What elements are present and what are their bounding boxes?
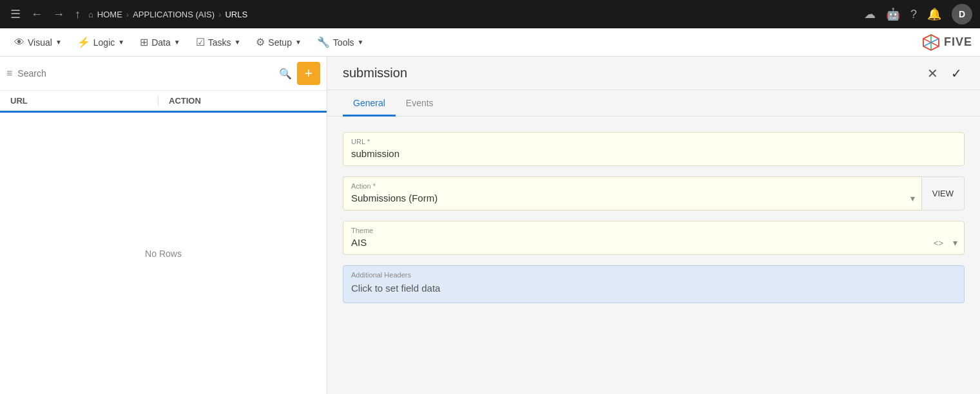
- notifications-icon[interactable]: 🔔: [927, 7, 941, 21]
- home-icon: ⌂: [88, 10, 93, 19]
- five-logo: FIVE: [922, 33, 972, 52]
- additional-headers-label: Additional Headers: [351, 271, 956, 279]
- cloud-icon[interactable]: ☁: [864, 7, 876, 21]
- main-layout: ≡ 🔍 + URL Action No Rows submission ✕ ✓ …: [0, 57, 980, 394]
- tabs: General Events: [327, 90, 980, 117]
- data-icon: ⊞: [140, 36, 148, 48]
- search-input[interactable]: [17, 68, 274, 79]
- menu-logic[interactable]: ⚡ Logic ▼: [71, 32, 131, 52]
- url-field[interactable]: URL * submission: [343, 132, 965, 166]
- form-area: URL * submission Action * Submissions (F…: [327, 117, 980, 394]
- menu-logic-label: Logic: [93, 37, 115, 48]
- menu-tasks-label: Tasks: [208, 37, 231, 48]
- menu-setup-label: Setup: [268, 37, 292, 48]
- tools-icon: 🔧: [317, 36, 330, 48]
- column-action: Action: [158, 96, 316, 106]
- left-panel: ≡ 🔍 + URL Action No Rows: [0, 57, 327, 394]
- url-field-value: submission: [351, 148, 956, 159]
- action-field[interactable]: Action * Submissions (Form) ▾: [343, 176, 922, 211]
- close-button[interactable]: ✕: [925, 63, 941, 84]
- tab-events[interactable]: Events: [396, 90, 444, 117]
- url-field-label: URL *: [351, 138, 956, 145]
- theme-field-value: AIS: [351, 237, 956, 248]
- breadcrumb-urls[interactable]: URLS: [225, 10, 247, 19]
- search-icon[interactable]: 🔍: [279, 68, 292, 80]
- filter-icon: ≡: [6, 68, 12, 79]
- tasks-dropdown-icon: ▼: [234, 39, 240, 46]
- action-field-container: Action * Submissions (Form) ▾ VIEW: [343, 176, 965, 211]
- table-header: URL Action: [0, 91, 327, 113]
- code-icon: <>: [934, 238, 943, 248]
- logic-icon: ⚡: [77, 36, 90, 48]
- bot-icon[interactable]: 🤖: [886, 7, 900, 21]
- menu-icon[interactable]: ☰: [8, 5, 23, 24]
- menu-tasks[interactable]: ☑ Tasks ▼: [189, 32, 247, 52]
- visual-dropdown-icon: ▼: [55, 39, 62, 46]
- tab-general[interactable]: General: [343, 90, 396, 117]
- right-panel: submission ✕ ✓ General Events URL * subm…: [327, 57, 980, 394]
- record-title: submission: [343, 66, 407, 80]
- setup-icon: ⚙: [256, 36, 265, 48]
- tasks-icon: ☑: [196, 36, 205, 48]
- theme-field-label: Theme: [351, 227, 956, 234]
- action-chevron-icon: ▾: [910, 193, 915, 203]
- theme-chevron-icon: ▾: [953, 238, 957, 248]
- menu-tools-label: Tools: [333, 37, 354, 48]
- action-field-value: Submissions (Form): [351, 192, 914, 203]
- up-icon[interactable]: ↑: [72, 5, 83, 24]
- logic-dropdown-icon: ▼: [118, 39, 124, 46]
- forward-icon[interactable]: →: [50, 5, 67, 24]
- back-icon[interactable]: ←: [28, 5, 45, 24]
- search-bar: ≡ 🔍 +: [0, 57, 327, 91]
- action-field-label: Action *: [351, 182, 914, 190]
- no-rows-message: No Rows: [0, 113, 327, 394]
- save-button[interactable]: ✓: [948, 63, 965, 84]
- menu-tools[interactable]: 🔧 Tools ▼: [311, 32, 370, 52]
- menu-bar: 👁 Visual ▼ ⚡ Logic ▼ ⊞ Data ▼ ☑ Tasks ▼ …: [0, 28, 980, 57]
- visual-icon: 👁: [14, 37, 24, 48]
- tools-dropdown-icon: ▼: [358, 39, 364, 46]
- additional-headers-field[interactable]: Additional Headers Click to set field da…: [343, 265, 965, 303]
- view-button[interactable]: VIEW: [922, 176, 965, 211]
- breadcrumb-applications[interactable]: APPLICATIONS (AIS): [133, 10, 215, 19]
- five-logo-icon: [922, 33, 940, 52]
- additional-headers-value: Click to set field data: [351, 283, 956, 294]
- theme-field[interactable]: Theme AIS <> ▾: [343, 221, 965, 255]
- menu-data-label: Data: [151, 37, 171, 48]
- menu-visual-label: Visual: [28, 37, 52, 48]
- header-actions: ✕ ✓: [925, 63, 965, 84]
- setup-dropdown-icon: ▼: [295, 39, 302, 46]
- right-header: submission ✕ ✓: [327, 57, 980, 90]
- column-url: URL: [10, 96, 158, 106]
- top-bar-right: ☁ 🤖 ? 🔔 D: [864, 4, 972, 24]
- menu-visual[interactable]: 👁 Visual ▼: [8, 33, 68, 52]
- breadcrumb: ⌂ HOME › APPLICATIONS (AIS) › URLS: [88, 10, 247, 19]
- help-icon[interactable]: ?: [910, 8, 917, 21]
- menu-data[interactable]: ⊞ Data ▼: [133, 32, 186, 52]
- add-button[interactable]: +: [297, 62, 320, 85]
- top-bar: ☰ ← → ↑ ⌂ HOME › APPLICATIONS (AIS) › UR…: [0, 0, 980, 28]
- avatar[interactable]: D: [952, 4, 972, 24]
- data-dropdown-icon: ▼: [174, 39, 180, 46]
- breadcrumb-home[interactable]: HOME: [97, 10, 122, 19]
- menu-setup[interactable]: ⚙ Setup ▼: [249, 32, 308, 52]
